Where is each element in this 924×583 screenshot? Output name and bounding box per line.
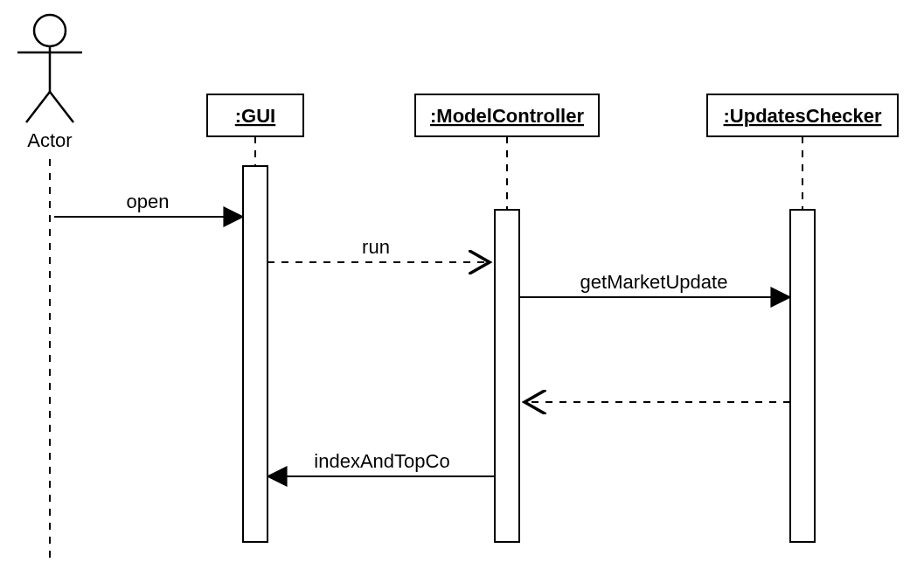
message-run-label: run: [362, 236, 390, 258]
message-getmarketupdate: getMarketUpdate: [519, 271, 789, 297]
svg-line-4: [50, 92, 73, 122]
svg-point-0: [34, 15, 66, 46]
message-open: open: [54, 191, 241, 217]
message-indexandtopco-label: indexAndTopCo: [314, 450, 449, 472]
message-getmarketupdate-label: getMarketUpdate: [580, 271, 728, 293]
lifeline-update-label: :UpdatesChecker: [724, 105, 882, 127]
svg-line-3: [26, 92, 50, 122]
sequence-diagram: Actor :GUI :ModelController :UpdatesChec…: [0, 0, 924, 583]
message-open-label: open: [127, 191, 170, 212]
actor-label: Actor: [27, 129, 72, 151]
lifeline-model-label: :ModelController: [430, 105, 584, 127]
svg-rect-8: [243, 166, 267, 542]
actor: Actor: [17, 15, 82, 564]
message-indexandtopco: indexAndTopCo: [269, 450, 495, 476]
svg-rect-11: [495, 210, 519, 542]
lifeline-updateschecker: :UpdatesChecker: [707, 94, 898, 542]
lifeline-gui-label: :GUI: [235, 105, 275, 127]
message-run: run: [267, 236, 490, 262]
lifeline-modelcontroller: :ModelController: [415, 94, 599, 542]
svg-rect-14: [790, 210, 815, 542]
lifeline-gui: :GUI: [207, 94, 303, 542]
